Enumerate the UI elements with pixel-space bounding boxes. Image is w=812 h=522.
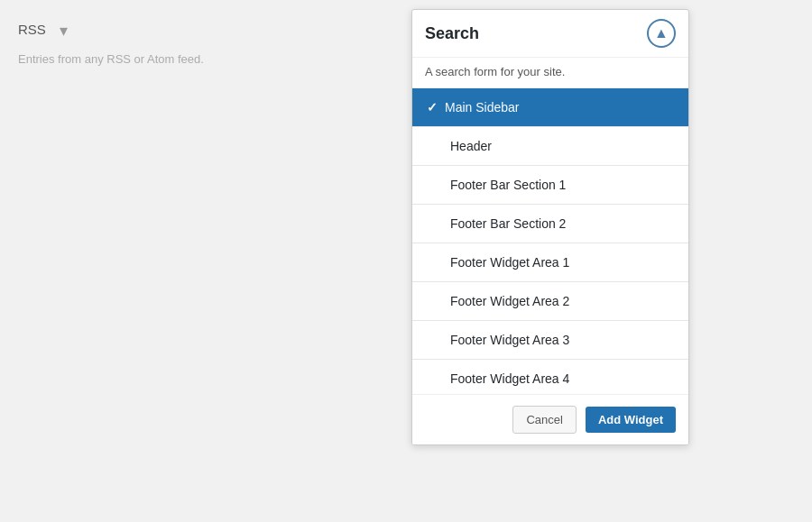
add-widget-button[interactable]: Add Widget [586, 407, 676, 433]
dropdown-item[interactable]: Header [412, 127, 688, 166]
modal-toggle-button[interactable]: ▲ [647, 19, 676, 48]
dropdown-item-label: Footer Widget Area 2 [450, 294, 569, 308]
cancel-button[interactable]: Cancel [512, 406, 576, 434]
dropdown-item[interactable]: Footer Widget Area 1 [412, 243, 688, 282]
dropdown-item-label: Footer Widget Area 4 [450, 371, 569, 386]
dropdown-item[interactable]: Footer Bar Section 1 [412, 166, 688, 205]
dropdown-item[interactable]: ✓Main Sidebar [412, 88, 688, 127]
dropdown-arrow-icon: ▾ [51, 18, 77, 43]
dropdown-item[interactable]: Footer Widget Area 4 [412, 360, 688, 395]
dropdown-item-label: Footer Bar Section 1 [450, 178, 566, 192]
check-icon: ✓ [427, 100, 438, 114]
widget-modal: Search ▲ A search form for your site. ✓M… [411, 9, 689, 445]
dropdown-item-label: Main Sidebar [445, 100, 520, 114]
main-area: Search ▲ A search form for your site. ✓M… [289, 0, 812, 522]
modal-header: Search ▲ [412, 10, 688, 58]
dropdown-item-label: Header [450, 139, 492, 153]
widget-dropdown-row: RSS ▾ [18, 18, 271, 43]
dropdown-item-label: Footer Widget Area 3 [450, 333, 569, 347]
left-panel: RSS ▾ Entries from any RSS or Atom feed. [0, 0, 289, 522]
modal-title: Search [425, 24, 479, 43]
dropdown-item[interactable]: Footer Widget Area 3 [412, 321, 688, 360]
widget-name-label: RSS [18, 22, 46, 37]
dropdown-item-label: Footer Bar Section 2 [450, 216, 566, 231]
modal-subtitle: A search form for your site. [412, 58, 688, 88]
widget-description: Entries from any RSS or Atom feed. [18, 50, 271, 69]
dropdown-item-label: Footer Widget Area 1 [450, 255, 569, 270]
modal-footer: Cancel Add Widget [412, 395, 688, 444]
sidebar-dropdown-list: ✓Main SidebarHeaderFooter Bar Section 1F… [412, 88, 688, 395]
dropdown-item[interactable]: Footer Bar Section 2 [412, 205, 688, 243]
dropdown-item[interactable]: Footer Widget Area 2 [412, 282, 688, 321]
